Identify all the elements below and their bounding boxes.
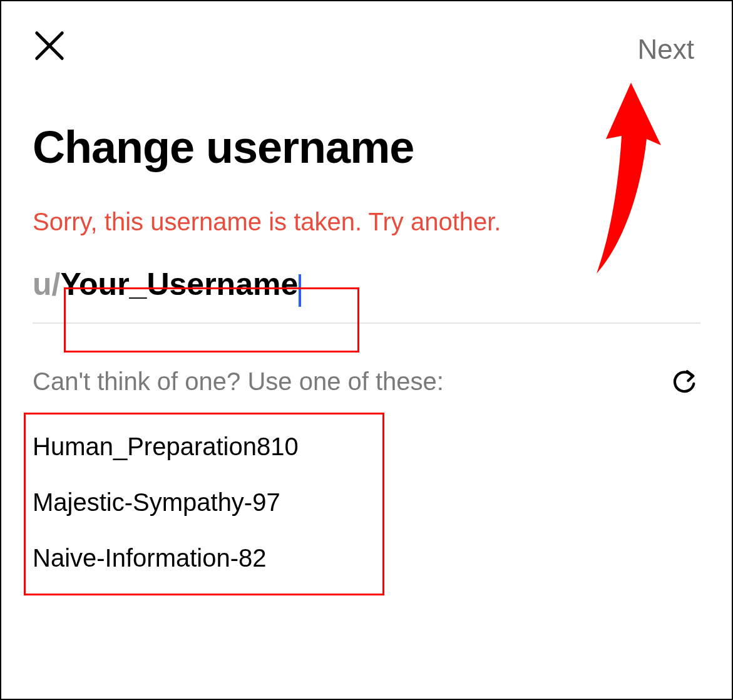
- close-button[interactable]: [33, 29, 66, 63]
- next-button[interactable]: Next: [638, 29, 700, 65]
- suggestions-list: Human_Preparation810 Majestic-Sympathy-9…: [33, 419, 700, 586]
- error-message: Sorry, this username is taken. Try anoth…: [33, 208, 700, 236]
- refresh-icon: [670, 368, 699, 396]
- close-icon: [33, 29, 66, 63]
- text-caret: [299, 274, 301, 307]
- page-title: Change username: [33, 121, 700, 173]
- suggestions-label: Can't think of one? Use one of these:: [33, 368, 444, 396]
- username-input[interactable]: Your_Username: [60, 267, 298, 302]
- suggestion-item[interactable]: Majestic-Sympathy-97: [33, 475, 700, 530]
- username-input-row[interactable]: u/ Your_Username: [33, 266, 700, 324]
- suggestion-item[interactable]: Naive-Information-82: [33, 530, 700, 586]
- username-prefix: u/: [33, 266, 60, 302]
- refresh-suggestions-button[interactable]: [669, 366, 700, 398]
- suggestion-item[interactable]: Human_Preparation810: [33, 419, 700, 475]
